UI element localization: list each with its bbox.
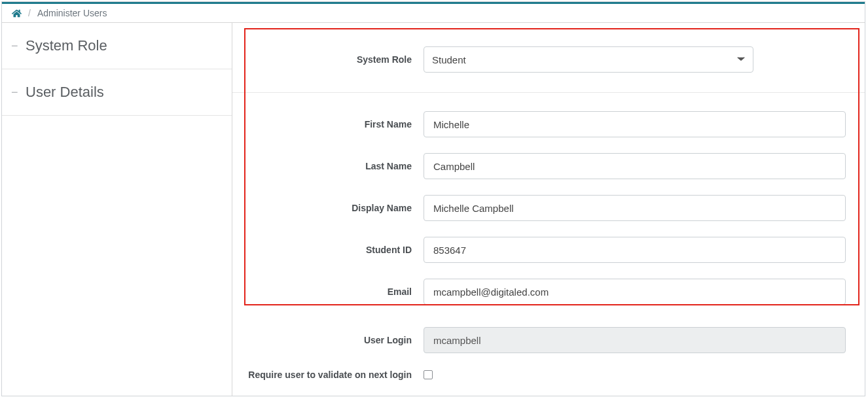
label-require-validate: Require user to validate on next login [232, 369, 424, 382]
system-role-select[interactable]: Student [424, 46, 753, 73]
system-role-value: Student [432, 54, 466, 65]
first-name-input[interactable] [424, 111, 846, 137]
breadcrumb: / Administer Users [2, 4, 865, 23]
sidebar-item-user-details[interactable]: − User Details [2, 69, 232, 116]
label-email: Email [232, 286, 424, 297]
collapse-icon: − [11, 86, 19, 98]
email-input[interactable] [424, 279, 846, 305]
main-form-area: System Role Student First Name [232, 23, 865, 396]
breadcrumb-current: Administer Users [37, 8, 107, 18]
breadcrumb-separator: / [28, 8, 31, 18]
require-validate-checkbox[interactable] [424, 370, 433, 379]
label-system-role: System Role [232, 54, 424, 65]
home-icon[interactable] [11, 8, 22, 18]
label-last-name: Last Name [232, 161, 424, 171]
label-display-name: Display Name [232, 203, 424, 213]
collapse-icon: − [11, 40, 19, 52]
last-name-input[interactable] [424, 153, 846, 179]
user-login-input [424, 327, 846, 353]
label-student-id: Student ID [232, 245, 424, 255]
sidebar: − System Role − User Details [2, 23, 232, 396]
display-name-input[interactable] [424, 195, 846, 221]
label-user-login: User Login [232, 335, 424, 345]
label-first-name: First Name [232, 119, 424, 129]
sidebar-item-label: System Role [26, 37, 107, 54]
sidebar-item-label: User Details [26, 84, 104, 101]
chevron-down-icon [737, 55, 745, 65]
sidebar-item-system-role[interactable]: − System Role [2, 23, 232, 69]
student-id-input[interactable] [424, 237, 846, 263]
